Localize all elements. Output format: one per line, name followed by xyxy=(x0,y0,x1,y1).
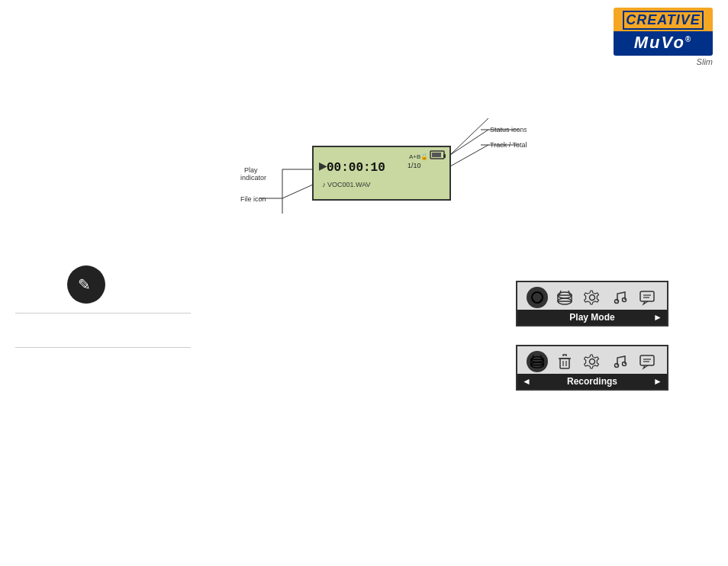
brand-logo: CREATIVE MuVo® Slim xyxy=(614,8,713,66)
speech-bubble-icon xyxy=(636,287,658,308)
recordings-right-arrow: ► xyxy=(653,376,662,387)
svg-text:Status icons: Status icons xyxy=(490,126,527,133)
music-note2-svg xyxy=(611,353,628,370)
gear-icon xyxy=(581,287,603,308)
speech-bubble-svg xyxy=(639,289,656,306)
recordings-label-row: ◄ Recordings ► xyxy=(517,374,667,389)
svg-line-40 xyxy=(541,355,543,359)
music-note-icon xyxy=(609,287,630,308)
muvo-logo-text: MuVo® xyxy=(614,31,713,56)
svg-point-30 xyxy=(590,295,595,301)
tip-icon: ✎ xyxy=(67,265,105,304)
play-mode-icons-row xyxy=(517,282,667,310)
svg-point-31 xyxy=(615,300,619,304)
svg-line-16 xyxy=(282,185,313,198)
drum-icon xyxy=(554,287,575,308)
music-note-svg xyxy=(611,289,628,306)
svg-text:♪ VOC001.WAV: ♪ VOC001.WAV xyxy=(322,181,371,188)
slim-label: Slim xyxy=(614,57,713,66)
svg-rect-33 xyxy=(640,291,654,301)
recordings-speech-icon xyxy=(636,351,658,372)
recordings-left-arrow: ◄ xyxy=(522,376,531,387)
recordings-icons-row xyxy=(517,346,667,374)
drum-svg xyxy=(556,289,573,306)
svg-text:Play: Play xyxy=(244,166,258,174)
svg-rect-7 xyxy=(432,153,441,157)
gear2-svg xyxy=(584,353,601,370)
svg-text:Track / Total: Track / Total xyxy=(490,141,527,149)
creative-logo-text: CREATIVE xyxy=(614,8,713,31)
recordings-label: Recordings xyxy=(567,376,617,387)
trash-svg xyxy=(556,353,573,370)
svg-line-39 xyxy=(533,355,534,359)
svg-line-15 xyxy=(450,118,488,155)
recordings-note-icon xyxy=(609,351,630,372)
svg-text:indicator: indicator xyxy=(240,174,266,182)
svg-rect-48 xyxy=(640,355,654,365)
divider-line-2 xyxy=(15,347,191,348)
svg-line-13 xyxy=(450,130,488,155)
lcd-diagram: ▶ 00:00:10 1/10 A+B🔒 ♪ VOC001.WAV Status… xyxy=(237,107,527,229)
svg-point-45 xyxy=(590,359,595,365)
play-mode-right-arrow: ► xyxy=(653,312,662,323)
recordings-menu-box: ◄ Recordings ► xyxy=(516,345,668,391)
note-icon: ✎ xyxy=(75,273,98,296)
gear-svg xyxy=(584,289,601,306)
svg-line-29 xyxy=(569,291,570,295)
diagram-lines: ▶ 00:00:10 1/10 A+B🔒 ♪ VOC001.WAV Status… xyxy=(237,107,527,229)
play-mode-menu-box: ◄ Play Mode ► xyxy=(516,281,668,326)
svg-point-47 xyxy=(623,362,627,366)
recordings-active-icon xyxy=(527,351,548,372)
svg-line-11 xyxy=(450,145,488,166)
svg-point-32 xyxy=(623,298,627,302)
svg-line-28 xyxy=(559,291,561,295)
trash-icon xyxy=(554,351,575,372)
svg-text:File icon: File icon xyxy=(240,195,266,203)
play-mode-label: Play Mode xyxy=(569,312,614,323)
speech2-svg xyxy=(639,353,656,370)
svg-text:A+B🔒: A+B🔒 xyxy=(409,153,428,160)
svg-rect-41 xyxy=(560,359,569,368)
recordings-gear-icon xyxy=(581,351,603,372)
svg-text:1/10: 1/10 xyxy=(407,162,421,169)
svg-text:✎: ✎ xyxy=(78,276,91,293)
play-mode-label-row: ◄ Play Mode ► xyxy=(517,310,667,325)
svg-rect-6 xyxy=(443,154,446,158)
drum-active-svg xyxy=(530,354,545,369)
divider-line-1 xyxy=(15,313,191,314)
playmode-active-icon xyxy=(527,287,548,308)
svg-text:00:00:10: 00:00:10 xyxy=(327,161,385,175)
headphone-icon xyxy=(530,290,545,305)
svg-point-46 xyxy=(615,364,619,368)
